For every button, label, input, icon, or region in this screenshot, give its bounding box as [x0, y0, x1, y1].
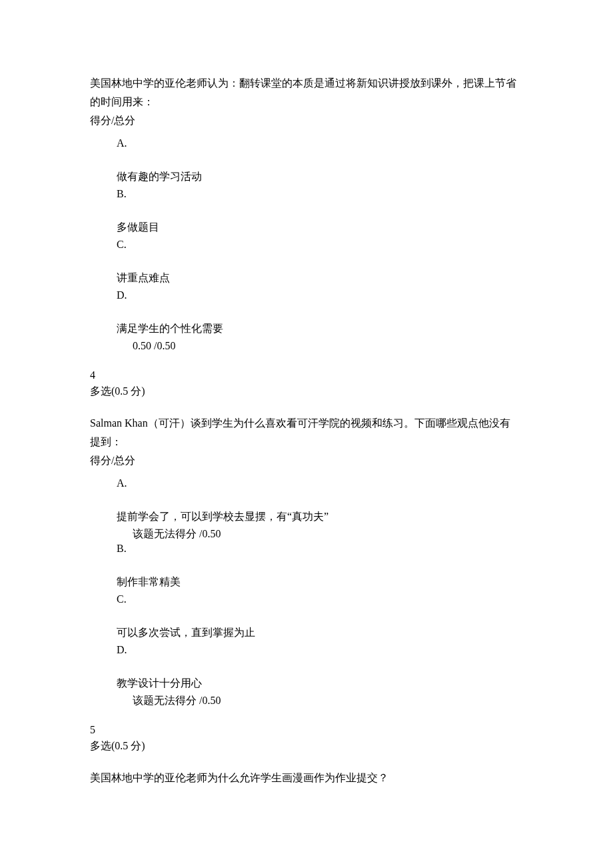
q5-number: 5	[90, 722, 526, 738]
q4-option-a-letter: A.	[117, 475, 526, 491]
q3-options: A. 做有趣的学习活动 B. 多做题目 C. 讲重点难点 D. 满足学生的个性化…	[90, 135, 526, 354]
q5-stem: 美国林地中学的亚伦老师为什么允许学生画漫画作为作业提交？	[90, 770, 526, 786]
q3-option-d-text: 满足学生的个性化需要	[117, 321, 526, 337]
q3-stem-line1: 美国林地中学的亚伦老师认为：翻转课堂的本质是通过将新知识讲授放到课外，把课上节省	[90, 75, 526, 91]
q3-option-b-letter: B.	[117, 186, 526, 202]
q4-type: 多选(0.5 分)	[90, 383, 526, 399]
q4-number: 4	[90, 367, 526, 383]
q4-option-d-letter: D.	[117, 642, 526, 658]
q3-stem-line2: 的时间用来：	[90, 94, 526, 110]
q4-option-c-text: 可以多次尝试，直到掌握为止	[117, 625, 526, 641]
q4-stem-line1: Salman Khan（可汗）谈到学生为什么喜欢看可汗学院的视频和练习。下面哪些…	[90, 415, 526, 431]
q5-type: 多选(0.5 分)	[90, 738, 526, 754]
q4-option-c-letter: C.	[117, 591, 526, 607]
q4-option-a-text: 提前学会了，可以到学校去显摆，有“真功夫”	[117, 509, 526, 525]
q4-option-d-text: 教学设计十分用心	[117, 675, 526, 691]
q4-option-b-letter: B.	[117, 541, 526, 557]
q3-option-c-text: 讲重点难点	[117, 270, 526, 286]
q4-options: A. 提前学会了，可以到学校去显摆，有“真功夫” 该题无法得分 /0.50 B.…	[90, 475, 526, 709]
q4-option-b-text: 制作非常精美	[117, 574, 526, 590]
q4-score-label: 得分/总分	[90, 453, 526, 469]
q3-option-b-text: 多做题目	[117, 219, 526, 235]
q3-score-line: 0.50 /0.50	[117, 338, 526, 354]
q3-score-label: 得分/总分	[90, 113, 526, 129]
q4-stem-line2: 提到：	[90, 434, 526, 450]
q3-option-d-letter: D.	[117, 287, 526, 303]
q3-option-a-text: 做有趣的学习活动	[117, 169, 526, 185]
q4-option-d-score: 该题无法得分 /0.50	[117, 693, 526, 709]
q3-option-a-letter: A.	[117, 135, 526, 151]
q3-option-c-letter: C.	[117, 237, 526, 253]
q4-option-a-score: 该题无法得分 /0.50	[117, 526, 526, 542]
